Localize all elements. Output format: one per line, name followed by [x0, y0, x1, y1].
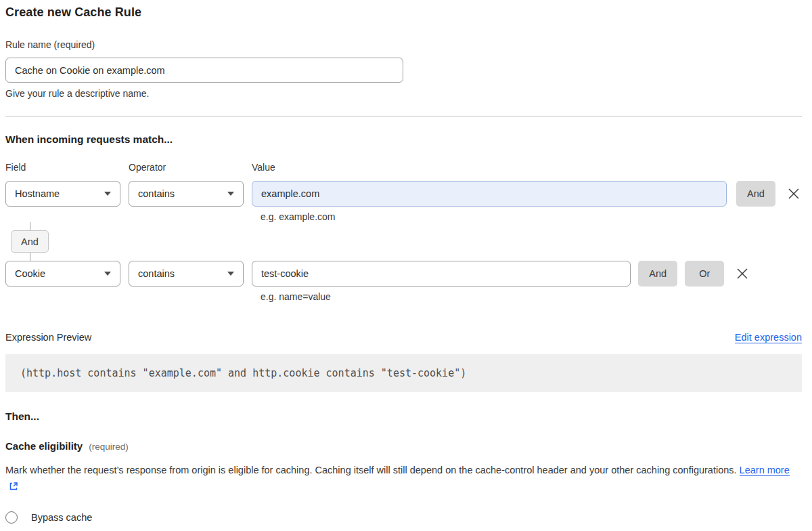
chevron-down-icon	[104, 272, 111, 276]
expression-preview-box: (http.host contains "example.com" and ht…	[5, 354, 802, 392]
operator-select-value: contains	[138, 188, 175, 199]
column-label-value: Value	[252, 162, 275, 173]
value-input[interactable]	[252, 181, 727, 207]
and-condition-button[interactable]: And	[736, 181, 775, 207]
connector-and-chip[interactable]: And	[11, 230, 49, 253]
rule-name-block: Rule name (required) Give your rule a de…	[5, 39, 802, 99]
operator-select[interactable]: contains	[129, 181, 244, 207]
condition-column-labels: Field Operator Value	[5, 162, 802, 173]
expression-code: (http.host contains "example.com" and ht…	[20, 367, 466, 379]
expression-preview-label: Expression Preview	[5, 332, 91, 343]
remove-condition-button[interactable]	[734, 266, 750, 282]
cache-eligibility-description: Mark whether the request’s response from…	[5, 463, 790, 495]
condition-row: Hostname contains And	[5, 181, 802, 207]
match-heading: When incoming requests match...	[5, 133, 802, 146]
then-heading: Then...	[5, 410, 802, 423]
radio-option-bypass-cache[interactable]: Bypass cache	[5, 511, 802, 524]
field-select[interactable]: Cookie	[5, 261, 120, 286]
page-title: Create new Cache Rule	[5, 5, 802, 20]
close-icon	[788, 188, 800, 200]
edit-expression-link[interactable]: Edit expression	[735, 332, 802, 343]
value-hint: e.g. name=value	[261, 291, 802, 302]
create-cache-rule-page: Create new Cache Rule Rule name (require…	[0, 0, 812, 531]
expression-header: Expression Preview Edit expression	[5, 332, 802, 343]
field-select-value: Hostname	[15, 188, 60, 199]
cache-eligibility-title: Cache eligibility	[5, 440, 83, 452]
cache-eligibility-heading: Cache eligibility (required)	[5, 440, 802, 452]
chevron-down-icon	[227, 272, 234, 276]
close-icon	[736, 268, 748, 280]
condition-connector: And	[5, 222, 802, 261]
section-divider	[5, 116, 802, 117]
radio-label: Bypass cache	[31, 512, 92, 523]
column-label-field: Field	[5, 162, 129, 173]
learn-more-link[interactable]: Learn more	[740, 465, 790, 476]
external-link-icon	[9, 482, 18, 491]
condition-row: Cookie contains And Or	[5, 261, 802, 286]
operator-select[interactable]: contains	[129, 261, 244, 286]
column-label-operator: Operator	[129, 162, 252, 173]
or-condition-button[interactable]: Or	[685, 261, 724, 286]
radio-unselected-icon	[5, 511, 18, 524]
value-hint: e.g. example.com	[261, 211, 802, 222]
operator-select-value: contains	[138, 268, 175, 279]
required-tag: (required)	[89, 442, 129, 452]
field-select[interactable]: Hostname	[5, 181, 120, 207]
field-select-value: Cookie	[15, 268, 45, 279]
remove-condition-button[interactable]	[786, 186, 802, 202]
rule-name-helper: Give your rule a descriptive name.	[5, 88, 802, 99]
description-text: Mark whether the request’s response from…	[5, 465, 737, 475]
rule-name-input[interactable]	[5, 58, 403, 83]
rule-name-label: Rule name (required)	[5, 39, 802, 50]
chevron-down-icon	[227, 192, 234, 196]
and-condition-button[interactable]: And	[638, 261, 677, 286]
chevron-down-icon	[104, 192, 111, 196]
value-input[interactable]	[252, 261, 631, 286]
